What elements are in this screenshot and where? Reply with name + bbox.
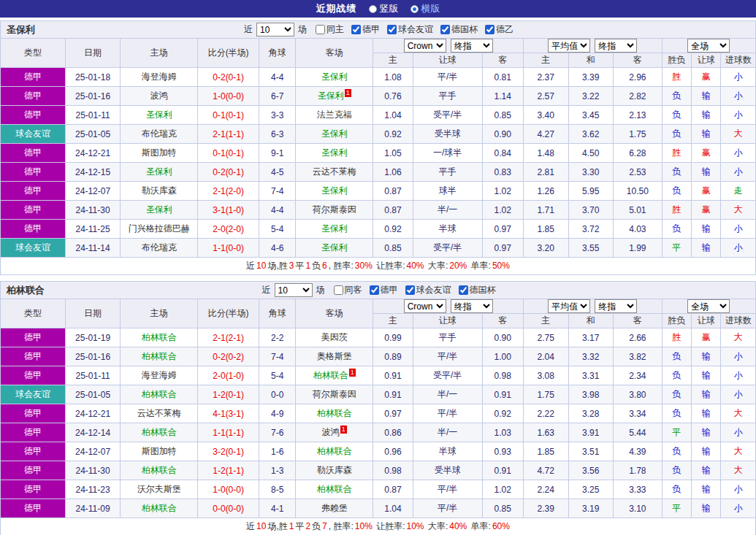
summary-text: 60% [492,521,510,531]
result-outcome: 负 [662,220,691,239]
result-scope-select[interactable]: 全场 [687,39,730,53]
ah-home-odds: 0.91 [373,385,413,404]
summary-text: , 胜率: [329,521,354,531]
summary-text: 近 [246,261,255,271]
filter-checkbox-input[interactable] [370,285,379,295]
away-team-name: 柏林联合 [313,370,348,380]
page-title: 近期战绩 [316,2,357,15]
euro-draw-odds: 3.32 [568,347,614,366]
away-team-cell: 法兰克福 [296,106,373,125]
ah-handicap: 平/半 [413,480,482,499]
filter-checkbox-input[interactable] [387,25,397,34]
odds-company-select[interactable]: 终指 [451,39,493,53]
home-team-name: 柏林联合 [142,351,177,361]
filter-checkbox-1[interactable]: 德甲 [370,284,398,296]
sub-col-header-2: 客 [482,53,523,68]
summary-text: 10 [256,521,266,531]
home-team-name: 柏林联合 [142,389,177,399]
euro-draw-odds: 3.56 [568,461,614,480]
league-badge: 德甲 [1,423,66,442]
euro-away-odds: 2.53 [614,163,663,182]
odds-company-select[interactable]: 终指 [451,299,493,313]
filter-checkbox-0[interactable]: 同主 [316,23,344,36]
euro-draw-odds: 3.17 [568,328,614,347]
result-outcome: 负 [662,404,691,423]
filter-checkbox-label: 球会友谊 [398,23,433,36]
home-team-cell: 波鸿 [121,87,198,106]
result-goals: 小 [721,347,756,366]
away-team-name: 圣保利 [321,147,348,158]
result-scope-select[interactable]: 全场 [687,299,730,313]
layout-radio-horizontal[interactable]: 横版 [411,2,440,15]
away-team-name: 柏林联合 [317,408,352,418]
filter-checkbox-2[interactable]: 球会友谊 [405,284,451,296]
filter-checkbox-0[interactable]: 同客 [334,284,362,296]
ah-home-odds: 0.92 [373,125,413,144]
match-date: 24-11-30 [65,461,121,480]
away-team-cell: 波鸿1 [296,423,373,442]
match-score: 0-2(0-1) [198,163,259,182]
sub-col-header-4: 和 [568,314,614,328]
filter-checkbox-input[interactable] [334,285,343,295]
filter-checkbox-3[interactable]: 德国杯 [440,23,478,36]
league-badge: 德甲 [1,461,66,480]
home-team-name: 圣保利 [146,204,172,215]
euro-odds-select[interactable]: 终指 [595,299,637,313]
summary-text: 30% [355,261,373,271]
odds-company-select[interactable]: Crown [404,39,446,53]
summary-text: 近 [246,521,255,531]
euro-odds-select-cell: 平均值终指 [524,299,663,314]
result-outcome: 负 [662,163,691,182]
away-team-cell: 柏林联合 [296,442,373,461]
filter-checkbox-3[interactable]: 德国杯 [459,284,496,296]
away-team-cell: 圣保利 [296,68,373,87]
tables-container: 圣保利近10场同主德甲球会友谊德国杯德乙类型日期主场比分(半场)角球客场Crow… [0,20,756,535]
col-header-2: 主场 [121,299,198,328]
match-count-select[interactable]: 10 [275,283,313,297]
summary-text: 7 [322,521,327,531]
sub-col-header-7: 让球 [691,314,720,328]
match-row: 德甲24-12-14柏林联合1-1(1-1)7-6波鸿10.86半/一1.031… [1,423,756,442]
result-goals: 小 [721,366,756,385]
result-goals: 大 [721,461,756,480]
filter-checkbox-input[interactable] [316,25,325,34]
filter-checkbox-input[interactable] [405,285,415,295]
filter-checkbox-input[interactable] [459,285,468,295]
match-date: 25-01-05 [65,385,121,404]
filter-checkbox-input[interactable] [440,25,450,34]
league-badge: 德甲 [1,404,66,423]
euro-odds-select[interactable]: 终指 [595,39,637,53]
euro-odds-select[interactable]: 平均值 [548,39,590,53]
team-header-row: 柏林联合近10场同客德甲球会友谊德国杯 [1,282,756,299]
match-date: 24-12-14 [65,423,121,442]
ah-handicap: 平/半 [413,499,482,518]
odds-company-select[interactable]: Crown [404,299,446,313]
euro-odds-select[interactable]: 平均值 [548,299,590,313]
layout-radio-vertical[interactable]: 竖版 [369,2,399,15]
result-goals: 小 [721,163,756,182]
euro-draw-odds: 3.91 [568,423,614,442]
ah-home-odds: 1.04 [373,106,413,125]
filter-checkbox-input[interactable] [485,25,495,34]
filter-checkbox-2[interactable]: 球会友谊 [387,23,433,36]
ah-away-odds: 0.97 [482,239,523,258]
ah-away-odds: 0.90 [482,125,523,144]
euro-home-odds: 3.20 [524,239,569,258]
filter-checkbox-1[interactable]: 德甲 [351,23,380,36]
match-count-select[interactable]: 10 [256,23,294,36]
corner-count: 6-7 [259,87,295,106]
ah-away-odds: 0.92 [482,404,523,423]
red-card-badge: 1 [345,89,351,97]
result-outcome: 负 [662,106,691,125]
match-date: 24-11-23 [65,480,121,499]
col-header-1: 日期 [65,299,121,328]
euro-away-odds: 3.33 [614,480,663,499]
away-team-name: 柏林联合 [317,446,352,456]
league-badge: 德甲 [1,144,66,163]
result-outcome: 负 [662,461,691,480]
filter-checkbox-4[interactable]: 德乙 [485,23,513,36]
euro-home-odds: 4.27 [524,125,569,144]
filter-checkbox-input[interactable] [351,25,361,34]
result-outcome: 平 [662,423,691,442]
euro-draw-odds: 4.50 [568,144,614,163]
